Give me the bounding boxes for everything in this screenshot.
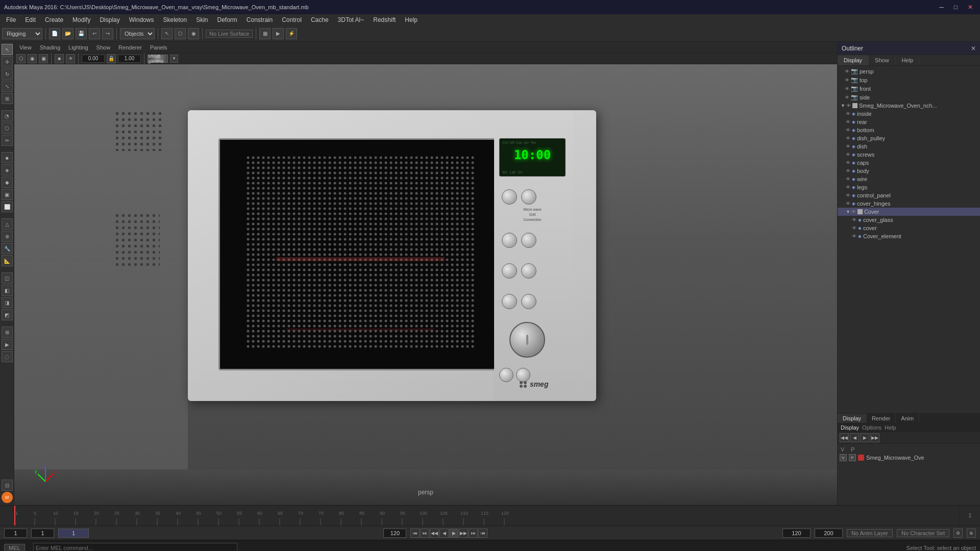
menu-skeleton[interactable]: Skeleton [159,15,191,24]
menu-deform[interactable]: Deform [213,15,241,24]
knob-4[interactable] [521,233,536,248]
tree-item-cover[interactable]: 👁 ◈ cover [838,224,980,232]
tree-item-cover-hinges[interactable]: 👁 ◈ cover_hinges [838,199,980,208]
menu-edit[interactable]: Edit [21,15,40,24]
menu-cache[interactable]: Cache [307,15,333,24]
vp-renderer-menu[interactable]: Renderer [115,44,145,51]
render-all-btn[interactable]: ▦ [259,28,271,39]
no-live-surface-badge[interactable]: No Live Surface [206,30,253,38]
main-knob[interactable] [509,322,545,358]
layer-vis-toggle[interactable]: V [840,454,847,461]
mode-dropdown[interactable]: Rigging Modeling Animation [2,28,42,39]
tool5-btn[interactable]: ■ [2,152,13,163]
tree-item-screws[interactable]: 👁 ◈ screws [838,151,980,159]
menu-windows[interactable]: Windows [125,15,158,24]
magnet-btn[interactable]: 🔧 [2,243,13,254]
tool8-btn[interactable]: ▣ [2,189,13,200]
go-end-btn[interactable]: ⏮ [478,529,487,538]
select-btn[interactable]: ↖ [161,28,173,39]
next-key-btn[interactable]: ⏭ [469,529,478,538]
layer-name[interactable]: Smeg_Microwave_Ove [866,455,924,461]
vp-value1-input[interactable] [82,55,105,63]
tree-item-legs[interactable]: 👁 ◈ legs [838,183,980,191]
create-poly-btn[interactable]: △ [2,218,13,230]
current-frame-input[interactable] [31,529,54,538]
xray-btn[interactable]: ◌ [2,351,13,362]
select-tool-btn[interactable]: ↖ [2,44,13,55]
layers-tab[interactable]: Display [841,424,859,431]
prev-key-btn[interactable]: ⏭ [420,529,429,538]
redo-btn[interactable]: ↪ [102,28,113,39]
tree-item-dish-pulley[interactable]: 👁 ◈ dish_pulley [838,134,980,142]
vp-smooth-btn[interactable]: ◉ [28,54,37,63]
tree-item-cover-group[interactable]: ▼ 👁 Cover [838,208,980,216]
vp-wireframe-btn[interactable]: ⬡ [16,54,26,63]
knob-1[interactable] [502,189,517,205]
measure-btn[interactable]: 📐 [2,255,13,266]
range-end2-input[interactable] [815,529,843,538]
layer-p-toggle[interactable]: P [849,454,856,461]
open-btn[interactable]: 📂 [62,28,74,39]
tree-item-control-panel[interactable]: 👁 ◈ control_panel [838,191,980,199]
char-set-btn1[interactable]: ⚙ [953,529,963,538]
knob-7[interactable] [502,294,517,309]
render-btn[interactable]: ▶ [273,28,284,39]
hotbox-btn[interactable]: ⊡ [2,480,13,491]
soft-select-btn[interactable]: ◔ [2,110,13,121]
knob-5[interactable] [502,263,517,279]
menu-control[interactable]: Control [278,15,306,24]
snap-btn[interactable]: ⊕ [2,231,13,242]
tree-item-caps[interactable]: 👁 ◈ caps [838,159,980,167]
layer-back-btn[interactable]: ◀ [850,433,859,442]
tool7-btn[interactable]: ◆ [2,177,13,188]
outliner-tab-show[interactable]: Show [869,55,896,65]
ob-tab-anim[interactable]: Anim [896,414,919,423]
end-frame-input[interactable] [383,529,406,538]
play-back-btn[interactable]: ◀ [439,529,449,538]
outliner-tab-help[interactable]: Help [896,55,920,65]
tree-item-persp[interactable]: 👁 📷 persp [838,67,980,76]
help-tab[interactable]: Help [885,424,896,431]
new-file-btn[interactable]: 📄 [49,28,60,39]
playblast-btn[interactable]: ▶ [2,339,13,350]
render-region-btn[interactable]: ⊞ [2,327,13,338]
vp-lighting-menu[interactable]: Lighting [65,44,91,51]
menu-create[interactable]: Create [41,15,67,24]
mel-input[interactable] [33,543,237,552]
vp-texture-btn[interactable]: ▣ [39,54,48,63]
layer-prev-btn[interactable]: ◀◀ [840,433,849,442]
go-start-btn[interactable]: ⏮ [410,529,420,538]
ob-tab-display[interactable]: Display [838,414,867,423]
tree-item-inside[interactable]: 👁 ◈ inside [838,110,980,118]
hide-btn[interactable]: ◨ [2,297,13,308]
ipr-btn[interactable]: ⚡ [286,28,297,39]
close-button[interactable]: ✕ [965,3,976,12]
play-forward-btn[interactable]: ▶ [449,529,458,538]
tool9-btn[interactable]: ⬜ [2,201,13,212]
menu-help[interactable]: Help [401,15,422,24]
tree-item-body[interactable]: 👁 ◈ body [838,167,980,175]
tree-item-smeg-root[interactable]: ▼ 👁 Smeg_Microwave_Oven_nch... [838,102,980,110]
layer-next-btn[interactable]: ▶▶ [870,433,879,442]
save-btn[interactable]: 💾 [76,28,87,39]
mel-label[interactable]: MEL [4,544,25,552]
menu-constrain[interactable]: Constrain [242,15,277,24]
prev-frame-btn[interactable]: ◀◀ [430,529,439,538]
vp-show-menu[interactable]: Show [93,44,114,51]
tree-item-cover-element[interactable]: 👁 ◈ Cover_element [838,232,980,240]
tree-item-dish[interactable]: 👁 ◈ dish [838,142,980,151]
layer-forward-btn[interactable]: ▶ [860,433,869,442]
vp-value2-input[interactable] [118,55,141,63]
vp-lock-btn[interactable]: 🔒 [107,54,116,63]
menu-skin[interactable]: Skin [192,15,212,24]
lasso-btn[interactable]: ⬡ [175,28,186,39]
vp-panels-menu[interactable]: Panels [147,44,170,51]
range-end-input[interactable] [782,529,811,538]
outliner-close-btn[interactable]: ✕ [971,45,976,52]
maximize-button[interactable]: □ [951,3,961,12]
viewport-3d[interactable]: Cnt Off Coo 1hr Tim 10:00 W1 Lab Gri [14,64,837,505]
tree-item-rear[interactable]: 👁 ◈ rear [838,118,980,126]
show-btn[interactable]: ◧ [2,285,13,296]
frame-box-input[interactable] [58,529,89,538]
minimize-button[interactable]: ─ [936,3,947,12]
